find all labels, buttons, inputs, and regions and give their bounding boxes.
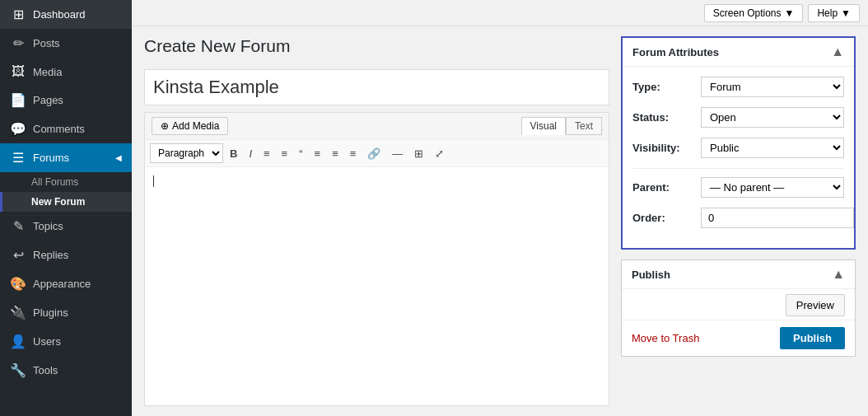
chevron-icon: ◀	[115, 153, 122, 162]
topics-icon: ✎	[10, 218, 26, 234]
sidebar-item-plugins[interactable]: 🔌 Plugins	[0, 298, 132, 327]
sidebar-item-topics[interactable]: ✎ Topics	[0, 212, 132, 241]
editor-toolbar: Paragraph B I ≡ ≡ “ ≡ ≡ ≡ 🔗 — ⊞ ⤢	[145, 140, 609, 167]
order-label: Order:	[632, 212, 694, 224]
comments-icon: 💬	[10, 121, 26, 137]
main-content: Screen Options ▼ Help ▼ Create New Forum…	[132, 0, 868, 416]
ordered-list-button[interactable]: ≡	[277, 144, 293, 163]
plugins-icon: 🔌	[10, 305, 26, 320]
page-heading: Create New Forum	[144, 36, 609, 56]
editor-cursor	[153, 175, 154, 187]
sidebar-item-media[interactable]: 🖼 Media	[0, 58, 132, 86]
fullscreen-button[interactable]: ⤢	[430, 144, 449, 163]
tab-text[interactable]: Text	[566, 117, 602, 135]
help-button[interactable]: Help ▼	[808, 4, 860, 22]
parent-select[interactable]: — No parent —	[701, 177, 844, 198]
sidebar-item-replies[interactable]: ↩ Replies	[0, 241, 132, 269]
sidebar-sub-all-forums[interactable]: All Forums	[0, 172, 132, 192]
align-center-button[interactable]: ≡	[327, 144, 343, 163]
parent-row: Parent: — No parent —	[632, 177, 844, 198]
order-row: Order:	[632, 208, 844, 228]
screen-options-button[interactable]: Screen Options ▼	[704, 4, 804, 22]
preview-button[interactable]: Preview	[786, 294, 845, 316]
order-input[interactable]	[701, 208, 854, 228]
dashboard-icon: ⊞	[10, 7, 26, 22]
attrs-separator	[632, 168, 844, 169]
visibility-row: Visibility: Public	[632, 138, 844, 158]
publish-box: Publish ▲ Preview Move to Trash Publish	[621, 259, 856, 357]
italic-button[interactable]: I	[244, 144, 257, 163]
sidebar-item-dashboard[interactable]: ⊞ Dashboard	[0, 0, 132, 29]
content-area: Create New Forum ⊕ Add Media Visual Text	[132, 26, 868, 416]
sidebar-item-pages[interactable]: 📄 Pages	[0, 86, 132, 115]
forum-attributes-toggle[interactable]: ▲	[831, 44, 844, 59]
tab-visual[interactable]: Visual	[521, 117, 566, 135]
unordered-list-button[interactable]: ≡	[259, 144, 275, 163]
align-left-button[interactable]: ≡	[310, 144, 326, 163]
editor-area: Create New Forum ⊕ Add Media Visual Text	[144, 36, 609, 406]
status-label: Status:	[632, 111, 694, 124]
sidebar-item-users[interactable]: 👤 Users	[0, 327, 132, 356]
forum-attributes-body: Type: Forum Status: Open Visibility:	[623, 67, 854, 248]
publish-actions: Move to Trash Publish	[622, 320, 855, 356]
sidebar-item-tools[interactable]: 🔧 Tools	[0, 356, 132, 385]
status-select[interactable]: Open	[701, 107, 844, 128]
blockquote-button[interactable]: “	[294, 144, 307, 163]
bold-button[interactable]: B	[225, 144, 242, 163]
publish-toggle[interactable]: ▲	[832, 267, 845, 282]
type-row: Type: Forum	[632, 77, 844, 97]
replies-icon: ↩	[10, 247, 26, 263]
publish-button[interactable]: Publish	[780, 327, 845, 349]
add-media-icon: ⊕	[161, 120, 169, 132]
sidebar-item-forums[interactable]: ☰ Forums ◀	[0, 143, 132, 172]
paragraph-select[interactable]: Paragraph	[150, 143, 223, 163]
type-label: Type:	[632, 81, 694, 93]
post-title-input[interactable]	[144, 69, 609, 105]
sidebar-item-comments[interactable]: 💬 Comments	[0, 115, 132, 143]
editor-container: ⊕ Add Media Visual Text	[144, 112, 609, 406]
parent-label: Parent:	[632, 181, 694, 194]
visibility-select[interactable]: Public	[701, 138, 844, 158]
users-icon: 👤	[10, 334, 26, 349]
preview-row: Preview	[622, 289, 855, 320]
type-select[interactable]: Forum	[701, 77, 844, 97]
editor-topbar: ⊕ Add Media Visual Text	[145, 113, 609, 140]
status-row: Status: Open	[632, 107, 844, 128]
forums-icon: ☰	[10, 150, 26, 166]
appearance-icon: 🎨	[10, 276, 26, 292]
add-media-button[interactable]: ⊕ Add Media	[152, 117, 228, 135]
sidebar-sub-new-forum[interactable]: New Forum	[0, 192, 132, 212]
media-icon: 🖼	[10, 64, 26, 79]
screen-options-chevron-icon: ▼	[785, 7, 795, 19]
editor-tabs: Visual Text	[521, 117, 602, 135]
align-right-button[interactable]: ≡	[345, 144, 362, 163]
visibility-label: Visibility:	[632, 142, 694, 154]
editor-body[interactable]	[145, 167, 609, 405]
pages-icon: 📄	[10, 92, 26, 108]
right-sidebar: Forum Attributes ▲ Type: Forum Status: O…	[621, 36, 856, 406]
sidebar: ⊞ Dashboard ✏ Posts 🖼 Media 📄 Pages 💬 Co…	[0, 0, 132, 416]
link-button[interactable]: 🔗	[362, 144, 385, 163]
forum-attributes-header: Forum Attributes ▲	[623, 38, 854, 67]
move-to-trash-link[interactable]: Move to Trash	[632, 332, 699, 344]
hr-button[interactable]: —	[387, 144, 408, 163]
forum-attributes-box: Forum Attributes ▲ Type: Forum Status: O…	[621, 36, 856, 250]
posts-icon: ✏	[10, 35, 26, 51]
topbar: Screen Options ▼ Help ▼	[132, 0, 868, 26]
sidebar-item-appearance[interactable]: 🎨 Appearance	[0, 269, 132, 298]
publish-header: Publish ▲	[622, 260, 855, 289]
help-chevron-icon: ▼	[841, 7, 851, 19]
table-button[interactable]: ⊞	[409, 144, 428, 163]
sidebar-item-posts[interactable]: ✏ Posts	[0, 29, 132, 58]
tools-icon: 🔧	[10, 362, 26, 378]
